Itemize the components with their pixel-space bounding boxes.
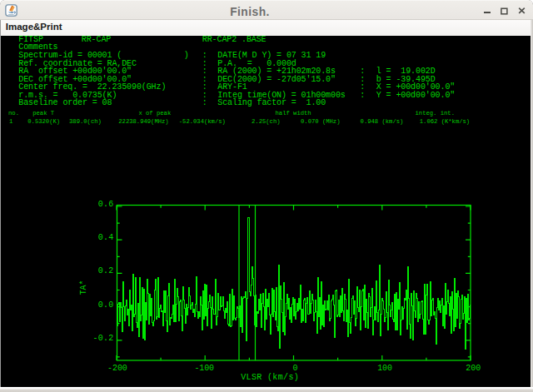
svg-text:-0.2: -0.2 [93,334,114,343]
svg-text:100: 100 [377,364,392,373]
svg-text:-200: -200 [107,364,127,373]
svg-text:VLSR (km/s): VLSR (km/s) [241,373,299,382]
svg-text:0.4: 0.4 [98,233,114,242]
svg-text:0.6: 0.6 [98,200,114,209]
svg-text:200: 200 [466,364,481,373]
svg-text:0.0: 0.0 [98,300,114,310]
svg-text:TA*: TA* [79,280,88,295]
svg-text:0: 0 [292,364,297,373]
svg-text:0.2: 0.2 [98,266,114,275]
svg-text:-100: -100 [194,364,214,373]
